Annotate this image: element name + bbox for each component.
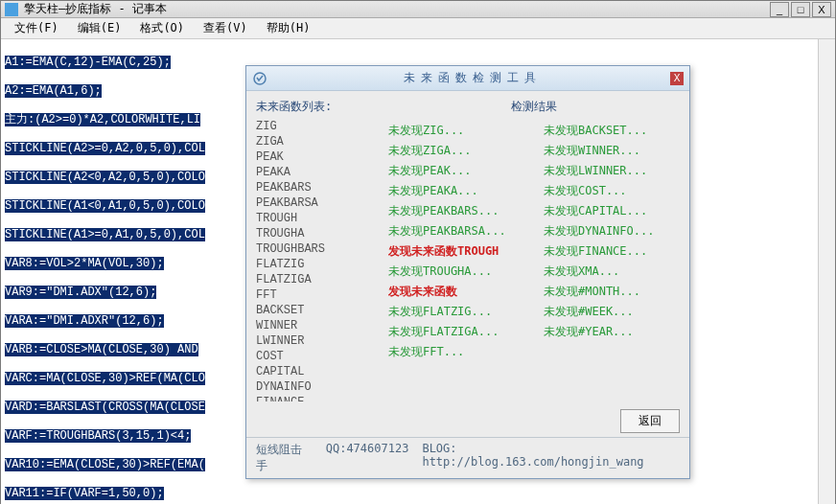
func-item: FLATZIG	[256, 257, 379, 272]
result-header: 检测结果	[388, 99, 680, 115]
result-item: 未发现WINNER...	[544, 141, 680, 161]
func-item: BACKSET	[256, 303, 379, 318]
func-item: FFT	[256, 287, 379, 303]
func-item: ZIGA	[256, 134, 379, 149]
result-item: 未发现DYNAINFO...	[544, 221, 680, 241]
result-item: 发现未来函数	[388, 282, 524, 302]
func-item: PEAKBARSA	[256, 195, 379, 211]
result-item: 未发现CAPITAL...	[544, 201, 680, 221]
func-item: FLATZIGA	[256, 272, 379, 287]
result-item: 未发现#YEAR...	[544, 322, 680, 342]
func-list-header: 未来函数列表:	[256, 99, 379, 115]
result-item: 未发现PEAKA...	[388, 181, 524, 201]
result-item: 未发现FLATZIGA...	[388, 322, 524, 342]
func-item: ZIG	[256, 119, 379, 134]
dialog-titlebar: 未来函数检测工具 X	[246, 66, 689, 91]
func-item: PEAK	[256, 149, 379, 165]
vertical-scrollbar[interactable]	[818, 39, 835, 504]
result-item: 未发现ZIGA...	[388, 141, 524, 161]
detection-dialog: 未来函数检测工具 X 未来函数列表: ZIGZIGAPEAKPEAKAPEAKB…	[245, 65, 690, 479]
func-item: WINNER	[256, 318, 379, 333]
result-item: 未发现PEAKBARSA...	[388, 221, 524, 241]
result-item: 未发现BACKSET...	[544, 121, 680, 141]
func-item: FINANCE	[256, 395, 379, 401]
menu-format[interactable]: 格式(O)	[132, 18, 192, 38]
result-item: 未发现FINANCE...	[544, 241, 680, 262]
menu-edit[interactable]: 编辑(E)	[70, 18, 129, 38]
status-qq: QQ:474607123	[326, 442, 409, 474]
result-item: 未发现PEAKBARS...	[388, 201, 524, 221]
menubar: 文件(F) 编辑(E) 格式(O) 查看(V) 帮助(H)	[1, 18, 835, 39]
result-item: 未发现TROUGHA...	[388, 262, 524, 282]
result-right-column: 未发现BACKSET...未发现WINNER...未发现LWINNER...未发…	[544, 121, 680, 401]
result-item: 未发现PEAK...	[388, 161, 524, 181]
menu-file[interactable]: 文件(F)	[7, 18, 66, 38]
dialog-status: 短线阻击手 QQ:474607123 BLOG: http://blog.163…	[246, 437, 689, 478]
func-item: PEAKA	[256, 165, 379, 180]
status-blog: BLOG: http://blog.163.com/hongjin_wang	[422, 442, 680, 474]
func-item: TROUGHA	[256, 226, 379, 241]
result-item: 未发现FLATZIG...	[388, 302, 524, 322]
dialog-close-button[interactable]: X	[670, 72, 684, 85]
menu-view[interactable]: 查看(V)	[196, 18, 255, 38]
menu-help[interactable]: 帮助(H)	[259, 18, 318, 38]
titlebar: 擎天柱—抄底指标 - 记事本 _ □ X	[1, 1, 835, 18]
status-author: 短线阻击手	[256, 442, 313, 474]
result-item: 未发现LWINNER...	[544, 161, 680, 181]
app-icon	[5, 3, 18, 16]
func-item: PEAKBARS	[256, 180, 379, 195]
maximize-button[interactable]: □	[791, 2, 810, 17]
result-item: 未发现ZIG...	[388, 121, 524, 141]
func-item: CAPITAL	[256, 364, 379, 379]
result-item: 未发现#WEEK...	[544, 302, 680, 322]
func-item: LWINNER	[256, 333, 379, 349]
dialog-icon	[252, 71, 267, 86]
minimize-button[interactable]: _	[770, 2, 789, 17]
func-item: COST	[256, 349, 379, 364]
func-list: ZIGZIGAPEAKPEAKAPEAKBARSPEAKBARSATROUGHT…	[256, 119, 379, 401]
result-item: 未发现COST...	[544, 181, 680, 201]
return-button[interactable]: 返回	[620, 409, 680, 433]
close-button[interactable]: X	[812, 2, 831, 17]
func-item: DYNAINFO	[256, 379, 379, 395]
result-left-column: 未发现ZIG...未发现ZIGA...未发现PEAK...未发现PEAKA...…	[388, 121, 524, 401]
result-item: 发现未来函数TROUGH	[388, 241, 524, 262]
window-title: 擎天柱—抄底指标 - 记事本	[24, 1, 770, 17]
result-item: 未发现XMA...	[544, 262, 680, 282]
func-item: TROUGH	[256, 211, 379, 226]
func-item: TROUGHBARS	[256, 241, 379, 257]
result-item: 未发现#MONTH...	[544, 282, 680, 302]
result-item: 未发现FFT...	[388, 342, 524, 362]
dialog-title: 未来函数检测工具	[275, 70, 670, 86]
